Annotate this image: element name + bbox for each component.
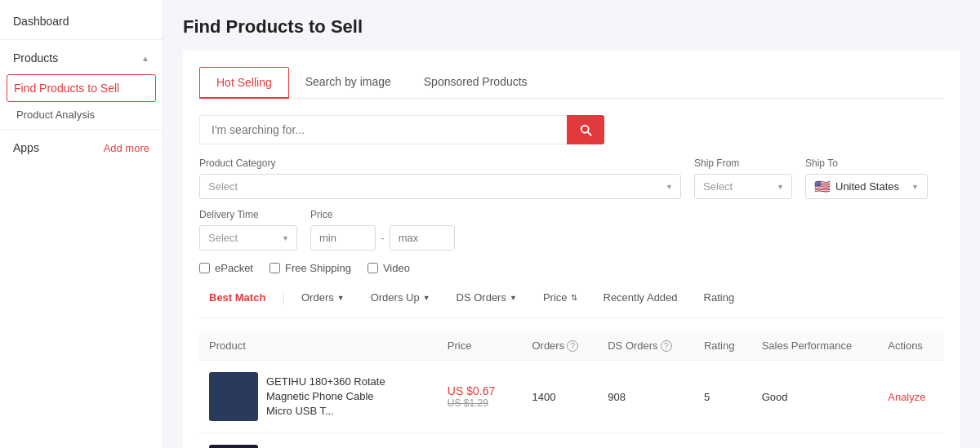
product-thumbnail-1 <box>209 445 258 448</box>
products-table: Product Price Orders ? DS Orders ? <box>199 331 944 448</box>
price-range-row: - <box>310 225 455 251</box>
free-shipping-label: Free Shipping <box>285 262 351 274</box>
sort-orders-up[interactable]: Orders Up ▼ <box>361 287 440 308</box>
product-price-orig-0: US $1.29 <box>448 397 513 409</box>
ds-orders-help-icon[interactable]: ? <box>661 340 672 352</box>
price-dash: - <box>381 232 385 245</box>
sidebar-item-find-products[interactable]: Find Products to Sell <box>7 74 156 102</box>
find-products-label: Find Products to Sell <box>14 82 119 95</box>
price-min-input[interactable] <box>310 225 376 251</box>
col-product: Product <box>199 331 438 361</box>
col-price: Price <box>438 331 523 361</box>
delivery-time-group: Delivery Time Select <box>199 209 297 251</box>
product-category-wrapper: Select <box>199 174 681 199</box>
checkboxes-row: ePacket Free Shipping Video <box>199 262 944 274</box>
sort-price[interactable]: Price ⇅ <box>533 287 587 308</box>
cell-ds-orders-1: 10856 <box>598 433 694 449</box>
products-label: Products <box>13 51 58 64</box>
cell-price-1: US $21.21 US $33.66 <box>438 433 523 449</box>
sidebar-item-dashboard[interactable]: Dashboard <box>0 7 163 36</box>
dashboard-label: Dashboard <box>13 15 69 28</box>
ship-to-label: Ship To <box>805 157 928 169</box>
add-more-button[interactable]: Add more <box>104 142 149 154</box>
sort-row: Best Match | Orders ▼ Orders Up ▼ DS Ord… <box>199 287 944 318</box>
epacket-checkbox[interactable] <box>199 263 210 273</box>
col-orders: Orders ? <box>522 331 598 361</box>
col-rating: Rating <box>694 331 752 361</box>
delivery-time-wrapper: Select <box>199 225 297 251</box>
col-ds-orders: DS Orders ? <box>598 331 694 361</box>
orders-help-icon[interactable]: ? <box>567 340 578 352</box>
video-label: Video <box>383 262 410 274</box>
tab-search-by-image[interactable]: Search by image <box>289 67 408 99</box>
cell-orders-0: 1400 <box>522 361 598 433</box>
tab-hot-selling[interactable]: Hot Selling <box>199 67 289 99</box>
tab-sponsored-products[interactable]: Sponsored Products <box>408 67 544 99</box>
chevron-down-icon: ▼ <box>911 183 919 191</box>
search-icon <box>578 122 593 137</box>
product-name-0: GETIHU 180+360 Rotate Magnetic Phone Cab… <box>266 375 397 419</box>
product-category-select[interactable]: Select <box>199 174 681 199</box>
epacket-checkbox-item[interactable]: ePacket <box>199 262 253 274</box>
cell-rating-0: 5 <box>694 361 752 433</box>
chevron-down-icon: ▼ <box>337 294 345 302</box>
sort-price-icon: ⇅ <box>571 293 577 302</box>
tabs-row: Hot Selling Search by image Sponsored Pr… <box>199 67 944 99</box>
ship-to-group: Ship To 🇺🇸 United States ▼ <box>805 157 928 199</box>
product-thumbnail-0 <box>209 372 258 421</box>
ship-from-wrapper: Select <box>694 174 792 199</box>
cell-orders-1: 10925 <box>522 433 598 449</box>
cell-rating-1: 5 <box>694 433 752 449</box>
cell-price-0: US $0.67 US $1.29 <box>438 361 523 433</box>
ship-from-select[interactable]: Select <box>694 174 792 199</box>
sort-rating[interactable]: Rating <box>694 287 745 308</box>
sidebar-section-products[interactable]: Products ▲ <box>0 43 163 73</box>
cell-product-0: GETIHU 180+360 Rotate Magnetic Phone Cab… <box>199 361 438 433</box>
ship-from-group: Ship From Select <box>694 157 792 199</box>
ship-to-select[interactable]: 🇺🇸 United States ▼ <box>805 174 928 199</box>
price-group: Price - <box>310 209 455 251</box>
cell-sales-performance-1: Average <box>752 433 879 449</box>
page-title: Find Products to Sell <box>183 16 960 38</box>
chevron-up-icon: ▲ <box>141 54 149 63</box>
sort-divider-1: | <box>282 291 285 304</box>
free-shipping-checkbox-item[interactable]: Free Shipping <box>270 262 351 274</box>
filters-row-2: Delivery Time Select Price - <box>199 209 944 251</box>
search-button[interactable] <box>567 115 604 144</box>
product-analysis-label: Product Analysis <box>16 109 95 121</box>
video-checkbox[interactable] <box>368 263 378 273</box>
table-row: GETIHU 180+360 Rotate Magnetic Phone Cab… <box>199 361 944 433</box>
video-checkbox-item[interactable]: Video <box>368 262 410 274</box>
col-actions: Actions <box>878 331 944 361</box>
cell-product-1: New Original i9000 Pro TWS 1:1 In-ear Bl… <box>199 433 438 449</box>
sidebar-apps-row: Apps Add more <box>0 133 163 162</box>
filters-row-1: Product Category Select Ship From Select… <box>199 157 944 199</box>
chevron-down-icon: ▼ <box>423 294 430 302</box>
ship-from-label: Ship From <box>694 157 792 169</box>
cell-actions-1: Analyze <box>878 433 944 449</box>
analyze-button-0[interactable]: Analyze <box>888 391 925 403</box>
epacket-label: ePacket <box>215 262 253 274</box>
main-content: Find Products to Sell Hot Selling Search… <box>163 0 980 448</box>
apps-label: Apps <box>13 141 39 154</box>
product-category-group: Product Category Select <box>199 157 681 199</box>
table-row: New Original i9000 Pro TWS 1:1 In-ear Bl… <box>199 433 944 449</box>
cell-actions-0: Analyze <box>878 361 944 433</box>
sort-recently-added[interactable]: Recently Added <box>594 287 688 308</box>
search-input[interactable] <box>199 115 567 144</box>
free-shipping-checkbox[interactable] <box>270 263 280 273</box>
sidebar-item-product-analysis[interactable]: Product Analysis <box>0 104 163 126</box>
col-sales-performance: Sales Performance <box>752 331 879 361</box>
delivery-time-select[interactable]: Select <box>199 225 297 251</box>
product-price-0: US $0.67 <box>448 384 513 397</box>
sort-ds-orders[interactable]: DS Orders ▼ <box>447 287 527 308</box>
delivery-time-label: Delivery Time <box>199 209 297 220</box>
price-max-input[interactable] <box>390 225 455 251</box>
search-row <box>199 115 944 144</box>
sort-best-match[interactable]: Best Match <box>199 287 275 308</box>
main-card: Hot Selling Search by image Sponsored Pr… <box>183 51 960 448</box>
cell-sales-performance-0: Good <box>752 361 879 433</box>
sort-orders[interactable]: Orders ▼ <box>292 287 354 308</box>
chevron-down-icon: ▼ <box>510 294 517 302</box>
ship-to-value: United States <box>835 180 906 193</box>
